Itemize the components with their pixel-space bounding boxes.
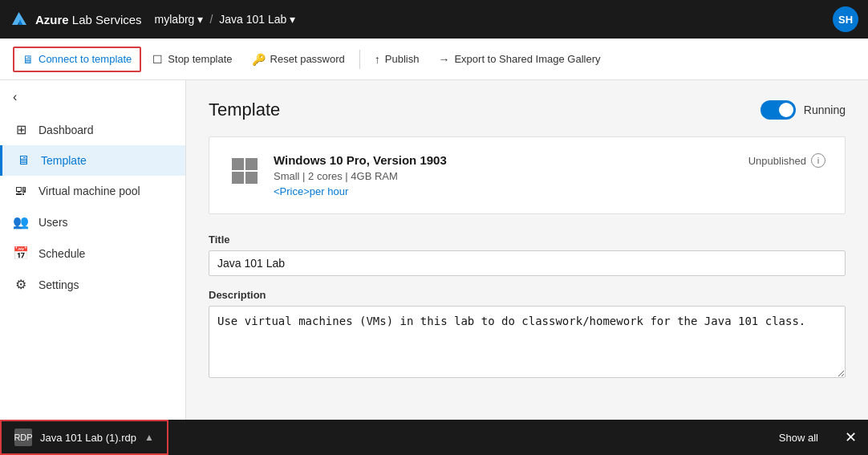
sidebar-item-vm-pool[interactable]: 🖳 Virtual machine pool [0, 176, 185, 206]
chevron-down-icon: ▾ [197, 13, 203, 26]
sidebar-toggle[interactable]: ‹ [0, 80, 185, 114]
users-icon: 👥 [13, 214, 29, 230]
sidebar-item-label: Settings [39, 278, 79, 291]
reset-icon: 🔑 [252, 53, 266, 66]
close-button[interactable]: ✕ [833, 420, 868, 455]
vm-specs: Small | 2 cores | 4GB RAM [274, 170, 447, 182]
show-all-button[interactable]: Show all [765, 420, 833, 455]
sidebar-nav: ⊞ Dashboard 🖥 Template 🖳 Virtual machine… [0, 114, 185, 300]
main-layout: ‹ ⊞ Dashboard 🖥 Template 🖳 Virtual machi… [0, 80, 868, 420]
main-content: Template Running Windows 10 Pro, Version… [186, 80, 868, 420]
sidebar-item-settings[interactable]: ⚙ Settings [0, 269, 185, 300]
windows-icon [229, 155, 261, 187]
vm-price[interactable]: <Price>per hour [274, 185, 447, 197]
file-icon: RDP [14, 429, 32, 446]
top-navigation: Azure Lab Services mylabrg ▾ / Java 101 … [0, 0, 868, 39]
vm-info: Windows 10 Pro, Version 1903 Small | 2 c… [229, 153, 447, 197]
connect-icon: 🖥 [22, 53, 34, 66]
vm-name: Windows 10 Pro, Version 1903 [274, 153, 447, 167]
sidebar-item-label: Template [41, 154, 87, 167]
file-name: Java 101 Lab (1).rdp [40, 432, 136, 444]
windows-grid [232, 158, 258, 184]
description-textarea[interactable]: Use virtual machines (VMs) in this lab t… [209, 306, 846, 378]
vm-card: Windows 10 Pro, Version 1903 Small | 2 c… [209, 136, 846, 214]
title-input[interactable] [209, 250, 846, 276]
connect-template-button[interactable]: 🖥 Connect to template [13, 47, 141, 72]
running-toggle: Running [761, 100, 846, 120]
breadcrumb-workspace[interactable]: mylabrg ▾ [155, 13, 204, 26]
bottom-bar-file[interactable]: RDP Java 101 Lab (1).rdp ▲ [0, 420, 168, 455]
sidebar-item-template[interactable]: 🖥 Template [0, 145, 185, 176]
sidebar-item-label: Virtual machine pool [39, 185, 140, 197]
vm-card-header: Windows 10 Pro, Version 1903 Small | 2 c… [229, 153, 825, 197]
running-toggle-switch[interactable] [761, 100, 796, 120]
sidebar: ‹ ⊞ Dashboard 🖥 Template 🖳 Virtual machi… [0, 80, 186, 420]
stop-template-button[interactable]: ☐ Stop template [144, 48, 240, 71]
app-logo[interactable]: Azure Lab Services [10, 10, 142, 29]
sidebar-item-label: Dashboard [39, 124, 94, 136]
chevron-up-icon: ▲ [144, 432, 154, 443]
bottom-bar: RDP Java 101 Lab (1).rdp ▲ Show all ✕ [0, 420, 868, 455]
template-icon: 🖥 [15, 153, 31, 168]
running-label: Running [804, 104, 846, 116]
settings-icon: ⚙ [13, 277, 29, 292]
azure-logo-icon [10, 10, 29, 29]
stop-icon: ☐ [152, 53, 163, 66]
breadcrumb-lab[interactable]: Java 101 Lab ▾ [219, 13, 295, 26]
app-name: Azure Lab Services [35, 13, 142, 26]
export-button[interactable]: → Export to Shared Image Gallery [430, 48, 608, 71]
sidebar-item-label: Users [39, 216, 68, 229]
status-badge: Unpublished [748, 155, 806, 167]
toolbar: 🖥 Connect to template ☐ Stop template 🔑 … [0, 39, 868, 80]
sidebar-item-label: Schedule [39, 247, 85, 260]
title-label: Title [209, 234, 846, 246]
breadcrumb-separator: / [209, 13, 213, 26]
sidebar-item-dashboard[interactable]: ⊞ Dashboard [0, 114, 185, 145]
sidebar-item-users[interactable]: 👥 Users [0, 206, 185, 238]
chevron-down-icon: ▾ [290, 13, 295, 26]
bottom-bar-actions: Show all ✕ [765, 420, 868, 455]
info-icon[interactable]: i [811, 153, 825, 168]
page-header: Template Running [209, 100, 846, 120]
page-title: Template [209, 100, 280, 120]
breadcrumb: mylabrg ▾ / Java 101 Lab ▾ [155, 13, 833, 26]
description-label: Description [209, 289, 846, 301]
publish-icon: ↑ [375, 53, 380, 66]
title-section: Title [209, 234, 846, 276]
publish-button[interactable]: ↑ Publish [367, 48, 428, 71]
vm-status: Unpublished i [748, 153, 825, 168]
reset-password-button[interactable]: 🔑 Reset password [244, 48, 353, 71]
dashboard-icon: ⊞ [13, 122, 29, 137]
schedule-icon: 📅 [13, 246, 29, 261]
description-section: Description Use virtual machines (VMs) i… [209, 289, 846, 380]
vm-details: Windows 10 Pro, Version 1903 Small | 2 c… [274, 153, 447, 197]
user-avatar[interactable]: SH [833, 6, 858, 32]
toolbar-divider [359, 50, 360, 69]
export-icon: → [438, 53, 449, 66]
sidebar-item-schedule[interactable]: 📅 Schedule [0, 238, 185, 269]
vm-pool-icon: 🖳 [13, 184, 29, 198]
